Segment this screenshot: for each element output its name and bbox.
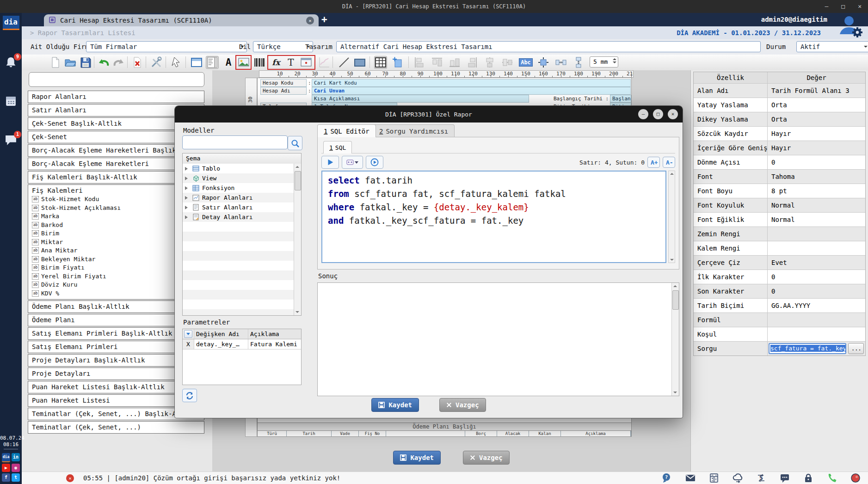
dialog-minimize-button[interactable]: – (638, 109, 648, 119)
design-label-cell[interactable]: Hesap Adı (260, 87, 307, 95)
property-row[interactable]: Dönme Açısı0 (694, 155, 865, 169)
property-row[interactable]: İlk Karakter0 (694, 270, 865, 284)
dialog-cancel-button[interactable]: Vazgeç (439, 398, 486, 412)
band-item[interactable]: Teminatlar (Çek, Senet, ...) (28, 421, 204, 434)
fit-text-icon[interactable]: Abc (519, 56, 532, 69)
tree-node-view[interactable]: View (183, 173, 294, 183)
sql-editor-scrollbar[interactable] (668, 171, 675, 263)
tab-close-icon[interactable]: ✕ (306, 17, 314, 25)
tab-sorgu-yardimcisi[interactable]: 2Sorgu Yardımcısı (373, 124, 455, 137)
design-value-cell[interactable]: Cari Unvan (312, 87, 631, 95)
model-search-input[interactable] (182, 135, 288, 149)
parameter-row[interactable]: X detay._key_… Fatura Kalemi (*) (183, 339, 301, 349)
grid-column-header[interactable]: Türü (258, 431, 287, 437)
variables-button[interactable] (342, 156, 363, 169)
property-row[interactable]: Yatay YaslamaOrta (694, 98, 865, 112)
tree-node-fonksiyon[interactable]: Fonksiyon (183, 183, 294, 193)
help-icon[interactable]: ? (662, 473, 672, 483)
property-row[interactable]: Son Karakter0 (694, 284, 865, 298)
phone-icon[interactable] (827, 473, 837, 483)
grid-column-header[interactable]: Kalan (529, 431, 561, 437)
font-increase-button[interactable]: A+ (647, 157, 660, 168)
dil-select[interactable]: Türkçe (253, 41, 313, 52)
property-row[interactable]: İçeriğe Göre GenişletHayır (694, 141, 865, 155)
zoom-stepper[interactable]: 5 mm (590, 56, 618, 67)
property-row[interactable]: Sözcük KaydırHayır (694, 126, 865, 141)
linkedin-icon[interactable]: in (12, 453, 20, 461)
property-row-sorgu[interactable]: Sorguscf_fatura = fat._key... (694, 341, 865, 355)
settings-tools-icon[interactable] (150, 56, 163, 69)
property-row[interactable]: Dikey YaslamaOrta (694, 112, 865, 126)
chat-icon[interactable]: 1 (5, 134, 17, 147)
tab-sql-editor[interactable]: 1SQL Editör (317, 124, 376, 137)
dialog-titlebar[interactable]: DİA [RPR3301] Özel Rapor – □ ✕ (175, 106, 683, 123)
insert-band-icon[interactable] (391, 56, 404, 69)
breadcrumb[interactable]: > Rapor Tasarımları Listesi (30, 29, 135, 37)
property-row[interactable]: Formül (694, 312, 865, 327)
window-maximize-button[interactable]: □ (841, 0, 845, 13)
twitter-icon[interactable]: t (12, 473, 20, 482)
bands-search-input[interactable] (29, 72, 204, 87)
facebook-icon[interactable]: f (2, 473, 10, 482)
notifications-bell-icon[interactable]: 9 (5, 56, 17, 69)
formula-icon[interactable]: fx (270, 56, 283, 69)
property-row[interactable]: Font Boyu8 pt (694, 184, 865, 198)
tree-node-tablo[interactable]: Tablo (183, 164, 294, 173)
tab-sql[interactable]: 1SQL (323, 141, 352, 153)
lock-icon[interactable] (803, 473, 813, 483)
cloud-sync-icon[interactable] (733, 473, 743, 483)
band-title-strip[interactable]: Ödeme Planı Başlığı (258, 423, 631, 431)
design-label-cell[interactable]: Hesap Kodu (260, 79, 307, 87)
spacing-horizontal-icon[interactable] (554, 56, 567, 69)
tree-scrollbar[interactable] (294, 164, 301, 315)
undo-icon[interactable] (97, 56, 110, 69)
new-document-icon[interactable] (49, 56, 62, 69)
property-row[interactable]: Koşul (694, 327, 865, 341)
grid-column-header[interactable]: Alacak (497, 431, 529, 437)
sql-code-editor[interactable]: select fat.tarihfrom scf_fatura fat, scf… (321, 171, 666, 263)
grid-column-header[interactable]: Fiş No (359, 431, 386, 437)
font-decrease-button[interactable]: A- (663, 157, 675, 168)
firma-select[interactable]: Tüm Firmalar (86, 41, 247, 52)
font-icon[interactable]: A (222, 56, 235, 69)
property-row[interactable]: Zemin Rengi (694, 227, 865, 241)
grid-column-header[interactable] (386, 431, 465, 437)
tasarim-adi-input[interactable] (336, 41, 761, 52)
calendar-icon[interactable] (5, 95, 17, 107)
spacing-vertical-icon[interactable] (572, 56, 585, 69)
fit-size-icon[interactable] (537, 56, 550, 69)
run-query-button[interactable] (321, 156, 339, 169)
text-icon[interactable]: T (284, 56, 297, 69)
filter-dropdown-icon[interactable] (184, 330, 192, 338)
calculator-icon[interactable] (709, 473, 719, 483)
property-row[interactable]: Kalem Rengi (694, 241, 865, 255)
design-value-cell[interactable]: Cari Kart Kodu (312, 79, 631, 87)
picture-box-icon[interactable] (300, 56, 313, 69)
tab-cari-hesap-ekstresi[interactable]: Cari Hesap Ekstresi Tasarımı (SCF1110A) … (44, 14, 319, 26)
window-minimize-button[interactable]: – (825, 0, 829, 13)
dia-logo[interactable]: dia (3, 16, 19, 30)
run-with-params-button[interactable] (366, 156, 383, 169)
barcode-icon[interactable] (253, 56, 266, 69)
property-row[interactable]: Çerçeve ÇizEvet (694, 255, 865, 270)
property-row[interactable]: Alan AdıTarih Formül Alanı 3 (694, 83, 865, 98)
list-properties-icon[interactable] (206, 56, 219, 69)
table-icon[interactable] (374, 56, 387, 69)
grid-column-header[interactable]: Açıklama (561, 431, 631, 437)
line-icon[interactable] (338, 56, 351, 69)
property-row[interactable]: FontTahoma (694, 169, 865, 184)
tree-node-satır-alanları[interactable]: Satır Alanları (183, 202, 294, 212)
image-icon[interactable] (237, 56, 250, 69)
design-value-cell[interactable]: Kısa Açıklaması (312, 95, 529, 103)
save-icon[interactable] (79, 56, 92, 69)
sorgu-input[interactable]: scf_fatura = fat._key (769, 343, 846, 354)
dia-icon[interactable]: dia (2, 453, 10, 462)
model-search-button[interactable] (288, 136, 302, 150)
mail-icon[interactable] (685, 473, 696, 483)
dialog-maximize-button[interactable]: □ (653, 109, 663, 119)
instagram-icon[interactable]: ◉ (12, 464, 20, 472)
tree-node-rapor-alanları[interactable]: Rapor Alanları (183, 193, 294, 202)
dialog-save-button[interactable]: Kaydet (371, 398, 419, 412)
open-folder-icon[interactable] (64, 56, 77, 69)
band-item[interactable]: Rapor Alanları (28, 91, 204, 103)
